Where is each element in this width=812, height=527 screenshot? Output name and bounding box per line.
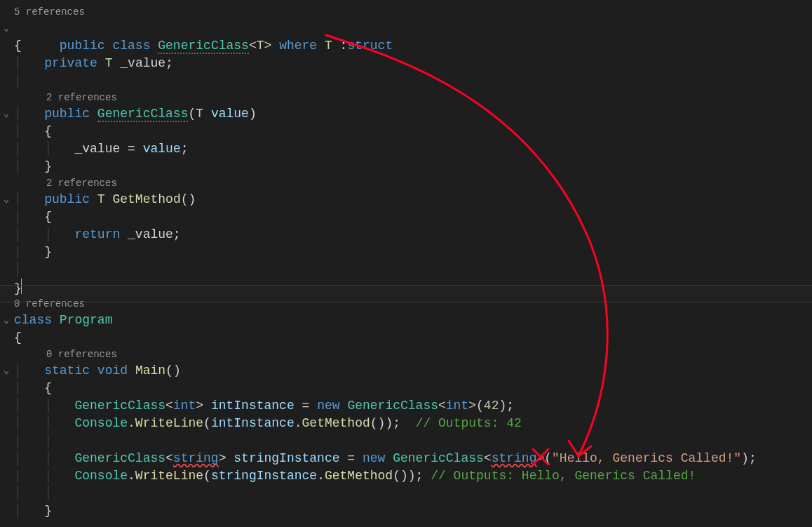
keyword-private: private (44, 56, 97, 70)
keyword-return: return (74, 227, 120, 241)
code-editor[interactable]: 5 references ⌄ public class GenericClass… (0, 0, 812, 527)
local-variable: intInstance (211, 416, 295, 430)
local-variable: stringInstance (234, 451, 339, 465)
chevron-down-icon[interactable]: ⌄ (0, 312, 13, 329)
brace-open: { (14, 39, 22, 53)
keyword-struct: struct (347, 39, 393, 53)
type-parameter: T (325, 39, 332, 53)
type-int: int (446, 399, 468, 413)
code-line[interactable]: │ { (0, 380, 812, 397)
codelens-row: 0 references (0, 296, 812, 312)
string-literal: "Hello, Generics Called!" (552, 451, 741, 465)
code-line[interactable]: │ { (0, 208, 812, 226)
code-line[interactable]: │ │ return _value; (0, 226, 812, 244)
type-parameter: T (257, 39, 264, 53)
brace-close: } (44, 245, 52, 259)
code-line[interactable]: ⌄ │ static void Main() (0, 362, 812, 380)
chevron-down-icon[interactable]: ⌄ (0, 20, 13, 37)
brace-open: { (44, 210, 52, 224)
local-variable: intInstance (211, 399, 295, 413)
type-reference: GenericClass (74, 399, 165, 413)
keyword-void: void (97, 363, 128, 378)
codelens-row: 2 references (0, 175, 812, 191)
code-line[interactable]: │ │ _value = value; (0, 140, 812, 158)
code-line[interactable]: ⌄ class Program (0, 312, 812, 329)
code-line[interactable]: │ } (0, 158, 812, 175)
keyword-public: public (44, 192, 90, 206)
codelens-row: 2 references (0, 90, 812, 105)
code-line[interactable]: } (0, 279, 812, 296)
parameter-reference: value (143, 142, 181, 156)
chevron-down-icon[interactable]: ⌄ (0, 362, 13, 380)
keyword-static: static (44, 363, 90, 378)
code-line[interactable]: │ │ GenericClass<string> stringInstance … (0, 450, 812, 467)
brace-close: } (44, 159, 52, 173)
codelens-row: 0 references (0, 347, 812, 362)
keyword-new: new (363, 451, 385, 465)
codelens-references[interactable]: 0 references (13, 347, 117, 362)
code-line[interactable]: │ { (0, 123, 812, 140)
codelens-row: 5 references (0, 4, 812, 20)
type-reference: GenericClass (74, 451, 165, 465)
field-reference: _value (128, 227, 173, 241)
brace-open: { (44, 124, 52, 138)
comment: // Outputs: 42 (416, 416, 522, 430)
parameter: value (211, 107, 249, 121)
keyword-where: where (279, 39, 317, 53)
keyword-public: public (44, 107, 90, 121)
type-reference: Console (74, 469, 128, 483)
type-reference: Console (74, 416, 128, 430)
method-name: Main (135, 363, 165, 378)
class-name: GenericClass (158, 39, 249, 54)
type-parameter: T (196, 107, 203, 121)
code-line[interactable]: │ private T _value; (0, 55, 812, 72)
field-name: _value (120, 56, 165, 70)
code-line[interactable]: │ (0, 261, 812, 279)
code-line[interactable]: │ } (0, 502, 812, 520)
type-string-error: string (492, 451, 537, 465)
code-line[interactable]: ⌄ │ public T GetMethod() (0, 191, 812, 208)
brace-close: } (44, 504, 52, 518)
codelens-references[interactable]: 2 references (13, 90, 117, 105)
type-parameter: T (105, 56, 113, 70)
brace-open: { (14, 331, 22, 345)
type-string-error: string (173, 451, 219, 465)
field-reference: _value (74, 142, 120, 156)
keyword-new: new (317, 399, 339, 413)
text-caret (21, 279, 22, 294)
code-line[interactable]: ⌄ │ public GenericClass(T value) (0, 105, 812, 123)
chevron-down-icon[interactable]: ⌄ (0, 191, 13, 208)
type-int: int (173, 399, 196, 413)
code-line[interactable]: ⌄ public class GenericClass<T> where T :… (0, 20, 812, 37)
brace-open: { (44, 381, 52, 395)
type-reference: GenericClass (393, 451, 484, 465)
method-call: WriteLine (135, 469, 203, 483)
type-parameter: T (97, 192, 105, 206)
code-line[interactable]: │ (0, 72, 812, 90)
codelens-references[interactable]: 2 references (13, 175, 117, 191)
chevron-down-icon[interactable]: ⌄ (0, 105, 13, 123)
method-call: WriteLine (135, 416, 203, 430)
code-line[interactable]: │ } (0, 244, 812, 261)
codelens-references[interactable]: 0 references (13, 296, 85, 312)
number-literal: 42 (484, 399, 499, 413)
method-name: GetMethod (112, 192, 180, 206)
code-line[interactable]: │ │ GenericClass<int> intInstance = new … (0, 397, 812, 415)
local-variable: stringInstance (211, 469, 317, 483)
constructor-name: GenericClass (97, 107, 189, 122)
comment: // Outputs: Hello, Generics Called! (431, 469, 696, 483)
class-name: Program (60, 313, 113, 327)
code-line[interactable]: │ │ Console.WriteLine(intInstance.GetMet… (0, 415, 812, 432)
keyword-class: class (112, 39, 150, 53)
keyword-public: public (60, 39, 105, 53)
keyword-class: class (14, 313, 52, 327)
method-call: GetMethod (325, 469, 393, 483)
code-line[interactable]: │ │ (0, 485, 812, 502)
method-call: GetMethod (302, 416, 370, 430)
code-line[interactable]: │ │ (0, 432, 812, 450)
code-line[interactable]: │ │ Console.WriteLine(stringInstance.Get… (0, 467, 812, 485)
code-line[interactable]: { (0, 329, 812, 347)
type-reference: GenericClass (347, 399, 438, 413)
codelens-references[interactable]: 5 references (13, 4, 85, 20)
